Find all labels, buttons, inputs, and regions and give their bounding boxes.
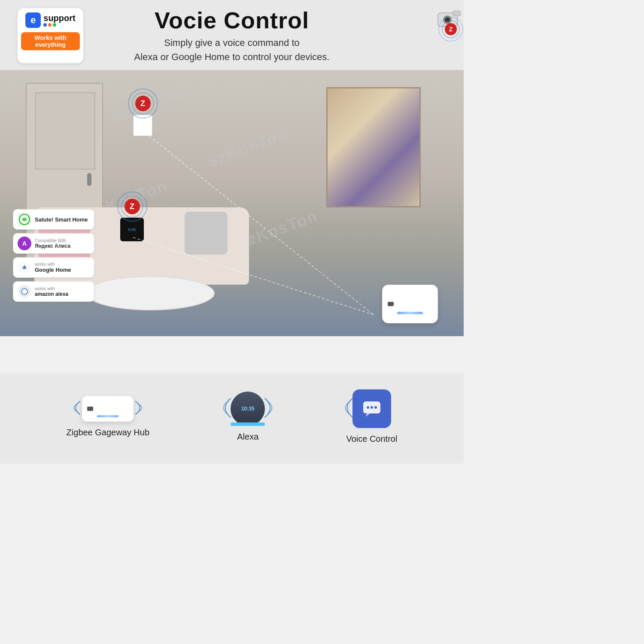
- alexa-icon-badge: [18, 285, 31, 298]
- alexa-label: Alexa: [237, 432, 258, 442]
- svg-rect-3: [453, 11, 461, 16]
- zigbee-icon-mid: Z: [125, 199, 140, 214]
- alexa-main-label: amazon alexa: [35, 291, 68, 297]
- alice-icon: A: [18, 237, 31, 250]
- zigbee-device-mid: Z 6:05: [120, 199, 144, 241]
- zigbee-icon-top: Z: [135, 96, 151, 111]
- sofa-cushion-grey: [185, 212, 228, 255]
- compatibility-badges: Salute! Smart Home A Compatible With Янд…: [13, 209, 94, 302]
- hub-wave-left-icon: [69, 397, 82, 420]
- hub-icon: [82, 396, 134, 422]
- bottom-strip: Zigbee Gageway Hub 10:35: [0, 374, 464, 464]
- alexa-time-display: 10:35: [241, 406, 255, 412]
- hub-label: Zigbee Gageway Hub: [67, 428, 149, 437]
- header-section: e support Works with everything: [0, 0, 464, 70]
- badge-alice: A Compatible With Яндекс Алиса: [13, 233, 94, 254]
- alexa-small-label: works with: [35, 286, 68, 291]
- svg-point-16: [367, 406, 369, 409]
- badge-google: works with Google Home: [13, 257, 94, 278]
- voice-control-icon: [352, 389, 391, 428]
- alexa-wave-right-icon: [263, 395, 278, 422]
- voice-wave-icon: [340, 395, 355, 422]
- alexa-speaker-body: 10:35: [231, 392, 265, 426]
- hub-body: [82, 396, 134, 422]
- voice-body: [352, 389, 391, 428]
- coffee-table: [86, 276, 215, 310]
- room-section: szKosTon szKosTon szKosTon szKosTon szKo…: [0, 70, 464, 336]
- google-icon: [18, 261, 31, 274]
- alexa-device-icon: 10:35: [231, 392, 265, 426]
- alice-main-label: Яндекс Алиса: [35, 243, 70, 249]
- esupport-e-icon: e: [25, 12, 41, 28]
- esupport-badge: e support Works with everything: [17, 8, 84, 64]
- bottom-voice-item: Voice Control: [346, 389, 397, 444]
- svg-marker-15: [365, 413, 370, 417]
- esupport-name: support: [43, 14, 75, 22]
- smart-hub-room: [382, 285, 438, 323]
- esupport-dots: [43, 23, 75, 27]
- badge-salute: Salute! Smart Home: [13, 209, 94, 230]
- esupport-tagline: Works with everything: [21, 32, 80, 50]
- svg-text:Z: Z: [449, 26, 453, 33]
- voice-label: Voice Control: [346, 434, 397, 444]
- bottom-hub-item: Zigbee Gageway Hub: [67, 396, 149, 437]
- badge-alexa: works with amazon alexa: [13, 281, 94, 302]
- svg-point-13: [21, 289, 27, 295]
- salute-label: Salute! Smart Home: [35, 216, 88, 223]
- svg-point-18: [374, 406, 377, 409]
- google-small-label: works with: [35, 262, 71, 267]
- salute-icon: [18, 213, 31, 226]
- zigbee-device-top: Z: [133, 96, 152, 136]
- artwork: [326, 87, 421, 207]
- alice-small-label: Compatible With: [35, 238, 70, 243]
- svg-point-17: [371, 406, 373, 409]
- hub-wave-right-icon: [134, 397, 146, 420]
- google-main-label: Google Home: [35, 267, 71, 273]
- camera-icon: Z: [429, 4, 464, 36]
- bottom-alexa-item: 10:35 Alexa: [231, 392, 265, 442]
